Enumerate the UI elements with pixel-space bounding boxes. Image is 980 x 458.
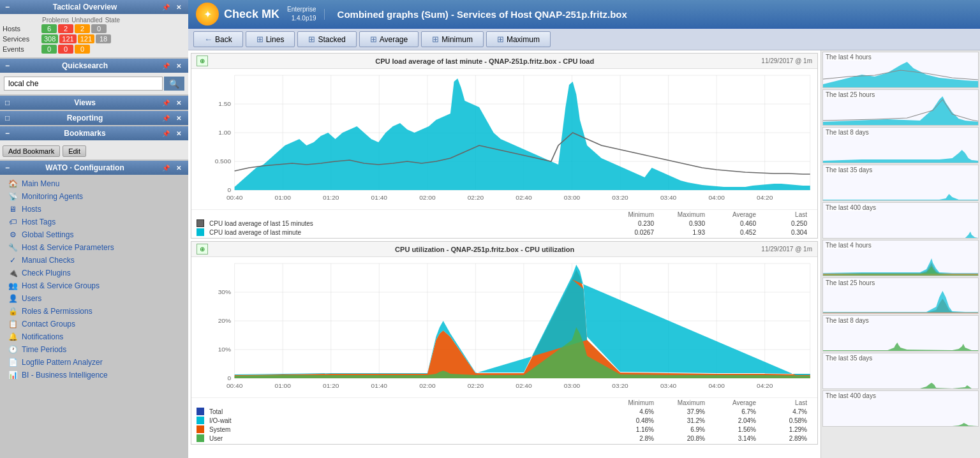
reporting-close[interactable]: ✕ <box>174 115 183 122</box>
quicksearch-body: 🔍 <box>0 73 188 94</box>
system-label: System <box>209 426 603 433</box>
app-name: Check MK <box>224 8 279 21</box>
sidebar-item-host-service-parameters[interactable]: 🔧 Host & Service Parameters <box>0 241 188 254</box>
sidebar-item-global-settings[interactable]: ⚙ Global Settings <box>0 228 188 241</box>
quicksearch-close[interactable]: ✕ <box>174 63 183 70</box>
minimum-button[interactable]: ⊞ Minimum <box>421 31 484 47</box>
tac-services-problems[interactable]: 121 <box>59 34 76 43</box>
sidebar-item-bi-business-intelligence[interactable]: 📊 BI - Business Intelligence <box>0 369 188 381</box>
search-input[interactable] <box>4 77 163 91</box>
sidebar-item-contact-groups[interactable]: 📋 Contact Groups <box>0 318 188 330</box>
cpu-load-legend: Minimum Maximum Average Last CPU load av… <box>191 209 817 238</box>
sidebar-item-host-tags[interactable]: 🏷 Host Tags <box>0 216 188 228</box>
reporting-pin[interactable]: 📌 <box>160 115 172 122</box>
cpu-util-canvas[interactable]: 0 10% 20% 30% 00:40 01:00 01:20 01:40 02… <box>191 257 817 397</box>
tactical-overview-header[interactable]: − Tactical Overview 📌 ✕ <box>0 0 188 14</box>
thumb-cpu-util-25h[interactable]: The last 25 hours <box>822 277 979 314</box>
tac-services-unhandled[interactable]: 121 <box>78 34 94 43</box>
thumb-cpu-util-8d[interactable]: The last 8 days <box>822 315 979 351</box>
thumb-cpu-util-4h[interactable]: The last 4 hours <box>822 240 979 276</box>
views-pin[interactable]: 📌 <box>160 100 172 107</box>
tactical-overview-section: − Tactical Overview 📌 ✕ Problems Unhandl… <box>0 0 188 57</box>
sidebar-item-logfile-pattern-analyzer[interactable]: 📄 Logfile Pattern Analyzer <box>0 356 188 369</box>
sidebar-item-users[interactable]: 👤 Users <box>0 292 188 305</box>
check-plugins-icon: 🔌 <box>8 268 18 278</box>
thumb-cpu-load-4h[interactable]: The last 4 hours <box>822 52 979 88</box>
tac-services-state[interactable]: 18 <box>96 34 111 43</box>
tac-events-unhandled[interactable]: 0 <box>75 45 90 54</box>
svg-text:01:20: 01:20 <box>323 195 339 201</box>
user-avg: 3.14% <box>710 435 761 442</box>
svg-text:0: 0 <box>227 375 231 381</box>
svg-text:03:00: 03:00 <box>564 195 580 201</box>
cpu1-vals: 0.0267 1.93 0.452 0.304 <box>608 229 812 236</box>
back-button[interactable]: ← Back <box>193 31 243 47</box>
monitoring-agents-label: Monitoring Agents <box>22 192 83 201</box>
search-button[interactable]: 🔍 <box>164 77 184 91</box>
thumb-cpu-load-25h[interactable]: The last 25 hours <box>822 89 979 126</box>
sidebar-item-main-menu[interactable]: 🏠 Main Menu <box>0 177 188 190</box>
thumb-cpu-load-35d[interactable]: The last 35 days <box>822 165 979 201</box>
thumb-cpu-load-4h-label: The last 4 hours <box>826 54 872 61</box>
svg-text:00:40: 00:40 <box>226 195 242 201</box>
tac-events-problems[interactable]: 0 <box>58 45 73 54</box>
views-header[interactable]: □ Views 📌 ✕ <box>0 96 188 110</box>
total-max: 37.9% <box>659 408 710 415</box>
thumb-cpu-load-8d[interactable]: The last 8 days <box>822 127 979 163</box>
bookmarks-close[interactable]: ✕ <box>174 130 183 137</box>
notifications-label: Notifications <box>22 332 63 341</box>
tac-services-total[interactable]: 308 <box>41 34 58 43</box>
sidebar-item-roles-permissions[interactable]: 🔒 Roles & Permissions <box>0 305 188 318</box>
tactical-overview-pin[interactable]: 📌 <box>160 4 172 11</box>
tactical-overview-body: Problems Unhandled State Hosts 6 2 2 0 S… <box>0 14 188 57</box>
wato-header[interactable]: − WATO · Configuration 📌 ✕ <box>0 161 188 175</box>
thumb-cpu-util-400d[interactable]: The last 400 days <box>822 390 979 427</box>
cpu-util-expand-button[interactable]: ⊕ <box>197 244 208 255</box>
cpu-util-title: CPU utilization - QNAP-251p.fritz.box - … <box>208 246 761 253</box>
tac-events-total[interactable]: 0 <box>41 45 57 54</box>
thumb-cpu-load-25h-label: The last 25 hours <box>826 91 875 98</box>
thumb-cpu-util-35d[interactable]: The last 35 days <box>822 353 979 389</box>
add-bookmark-button[interactable]: Add Bookmark <box>3 145 60 157</box>
maximum-button[interactable]: ⊞ Maximum <box>486 31 551 47</box>
tac-hosts-unhandled[interactable]: 2 <box>75 24 90 33</box>
cpu15-color <box>197 219 204 227</box>
average-button[interactable]: ⊞ Average <box>359 31 419 47</box>
sidebar-item-hosts[interactable]: 🖥 Hosts <box>0 203 188 216</box>
quicksearch-title: Quicksearch <box>62 61 108 70</box>
tac-label-hosts: Hosts <box>3 25 41 33</box>
wato-pin[interactable]: 📌 <box>160 165 172 172</box>
svg-text:1.50: 1.50 <box>218 101 231 107</box>
quicksearch-header[interactable]: − Quicksearch 📌 ✕ <box>0 59 188 73</box>
tac-hosts-total[interactable]: 6 <box>41 24 57 33</box>
sidebar-item-time-periods[interactable]: 🕐 Time Periods <box>0 343 188 356</box>
cpu-load-canvas[interactable]: 0 0.500 1.00 1.50 00:40 01:00 01:20 01:4… <box>191 69 817 209</box>
svg-text:03:00: 03:00 <box>564 383 580 389</box>
stacked-button[interactable]: ⊞ Stacked <box>297 31 356 47</box>
sidebar-item-monitoring-agents[interactable]: 📡 Monitoring Agents <box>0 190 188 203</box>
cpu-load-expand-button[interactable]: ⊕ <box>197 55 208 66</box>
cpu-util-graph-block: ⊕ CPU utilization - QNAP-251p.fritz.box … <box>191 241 818 445</box>
bookmarks-header[interactable]: − Bookmarks 📌 ✕ <box>0 126 188 140</box>
views-close[interactable]: ✕ <box>174 100 183 107</box>
thumb-cpu-load-400d[interactable]: The last 400 days <box>822 202 979 239</box>
sidebar-item-notifications[interactable]: 🔔 Notifications <box>0 330 188 343</box>
quicksearch-pin[interactable]: 📌 <box>160 63 172 70</box>
sidebar-item-check-plugins[interactable]: 🔌 Check Plugins <box>0 267 188 279</box>
quicksearch-collapse: − <box>5 61 10 70</box>
tac-hosts-state[interactable]: 0 <box>91 24 107 33</box>
notifications-icon: 🔔 <box>8 332 18 342</box>
stacked-icon: ⊞ <box>308 34 315 44</box>
iowait-max: 31.2% <box>659 417 710 424</box>
tactical-overview-close[interactable]: ✕ <box>174 4 183 11</box>
sidebar-item-manual-checks[interactable]: ✓ Manual Checks <box>0 254 188 267</box>
lines-button[interactable]: ⊞ Lines <box>246 31 295 47</box>
util-header-max: Maximum <box>659 399 710 406</box>
sidebar-item-host-service-groups[interactable]: 👥 Host & Service Groups <box>0 279 188 292</box>
edit-bookmarks-button[interactable]: Edit <box>63 145 86 157</box>
tac-hosts-problems[interactable]: 2 <box>58 24 73 33</box>
bookmarks-pin[interactable]: 📌 <box>160 130 172 137</box>
wato-close[interactable]: ✕ <box>174 165 183 172</box>
contact-groups-icon: 📋 <box>8 319 18 329</box>
reporting-header[interactable]: □ Reporting 📌 ✕ <box>0 111 188 125</box>
